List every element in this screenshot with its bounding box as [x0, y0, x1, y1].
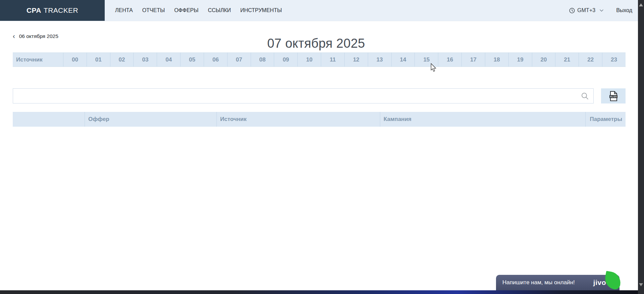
navbar-right: GMT+3 Выход: [569, 0, 632, 21]
xlsx-file-icon: XLSX: [609, 91, 618, 101]
hour-column-header: 10: [297, 53, 321, 67]
hours-header-row: Источник 00 01 02 03 04 05 06 07 08 09 1…: [13, 52, 626, 67]
chat-leaf-icon: [603, 271, 622, 290]
page-title: 07 октября 2025: [7, 36, 626, 51]
xlsx-icon-label: XLSX: [610, 95, 616, 98]
hour-column-header: 12: [344, 53, 368, 67]
nav-menu-item[interactable]: ОТЧЕТЫ: [142, 7, 165, 13]
chat-message: Напишите нам, мы онлайн!: [502, 279, 575, 286]
hour-column-header: 18: [485, 53, 508, 67]
hour-column-header: 06: [204, 53, 227, 67]
nav-menu-item[interactable]: ИНСТРУМЕНТЫ: [240, 7, 282, 13]
scroll-down-arrow-icon[interactable]: [639, 283, 643, 286]
column-header-source: Источник: [216, 112, 380, 127]
export-xlsx-button[interactable]: XLSX: [601, 88, 626, 103]
search-row: XLSX: [13, 88, 626, 103]
scroll-up-arrow-icon[interactable]: [639, 3, 643, 6]
hour-column-header: 15: [414, 53, 438, 67]
chevron-down-icon: [600, 9, 603, 12]
column-header-empty: [13, 112, 85, 127]
hour-column-header: 02: [110, 53, 134, 67]
hour-column-header: 23: [602, 53, 626, 67]
hour-column-header: 14: [391, 53, 415, 67]
logout-link[interactable]: Выход: [616, 7, 632, 13]
hour-column-header: 20: [532, 53, 555, 67]
search-input[interactable]: [13, 89, 593, 103]
hour-column-header: 09: [274, 53, 297, 67]
main-nav: ЛЕНТА ОТЧЕТЫ ОФФЕРЫ ССЫЛКИ ИНСТРУМЕНТЫ: [115, 0, 282, 21]
column-header-params: Параметры: [585, 112, 626, 127]
source-column-header: Источник: [13, 53, 63, 67]
search-icon[interactable]: [581, 92, 589, 100]
brand-logo-bold: CPA: [27, 6, 41, 14]
hour-column-header: 08: [251, 53, 274, 67]
clock-icon: [569, 8, 575, 13]
hour-column-header: 07: [227, 53, 251, 67]
column-header-offer: Оффер: [85, 112, 216, 127]
column-header-campaign: Кампания: [380, 112, 585, 127]
hour-column-header: 11: [321, 53, 344, 67]
hour-column-header: 03: [133, 53, 157, 67]
brand-logo-light: TRACKER: [44, 6, 78, 14]
chat-widget[interactable]: Напишите нам, мы онлайн! jivo: [496, 275, 620, 290]
nav-menu-item[interactable]: ЛЕНТА: [115, 7, 133, 13]
hour-column-header: 17: [461, 53, 485, 67]
hour-column-header: 00: [63, 53, 87, 67]
nav-menu-item[interactable]: ОФФЕРЫ: [174, 7, 198, 13]
timezone-selector[interactable]: GMT+3: [569, 7, 603, 13]
hour-column-header: 16: [438, 53, 461, 67]
bottom-banner-strip: [0, 290, 644, 294]
hour-column-header: 05: [180, 53, 204, 67]
brand-logo[interactable]: CPA TRACKER: [0, 0, 105, 21]
chat-brand-logo: jivo: [593, 279, 606, 287]
hour-column-header: 13: [368, 53, 391, 67]
hour-column-header: 19: [508, 53, 532, 67]
hour-column-header: 22: [579, 53, 602, 67]
hour-column-header: 04: [157, 53, 180, 67]
vertical-scrollbar[interactable]: [638, 0, 644, 294]
hour-column-header: 21: [555, 53, 579, 67]
top-navbar: CPA TRACKER ЛЕНТА ОТЧЕТЫ ОФФЕРЫ ССЫЛКИ И…: [0, 0, 644, 21]
search-box: [13, 88, 594, 103]
nav-menu-item[interactable]: ССЫЛКИ: [208, 7, 231, 13]
timezone-label: GMT+3: [577, 7, 595, 13]
data-table-header: Оффер Источник Кампания Параметры: [13, 112, 626, 127]
hour-column-header: 01: [87, 53, 110, 67]
